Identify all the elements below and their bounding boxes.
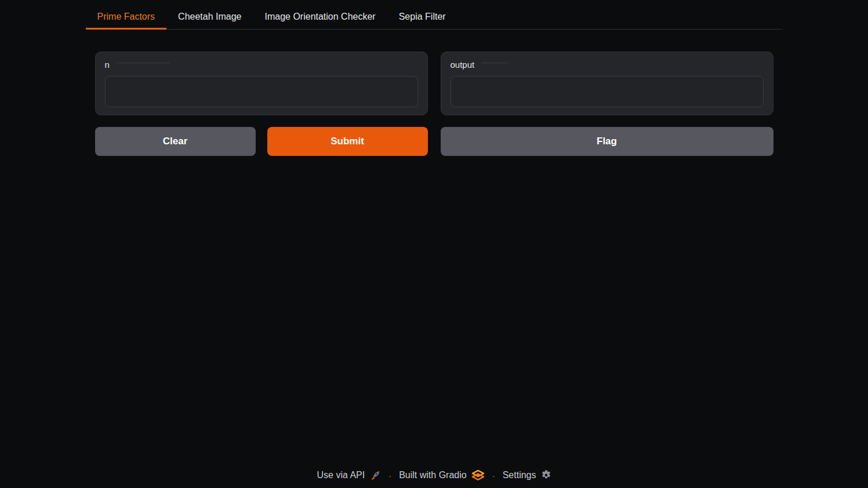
use-via-api-label: Use via API [317, 470, 365, 480]
n-input[interactable] [105, 76, 418, 107]
input-label-row: n [105, 60, 418, 70]
settings-link[interactable]: Settings [503, 470, 551, 480]
output-column: output Flag [441, 52, 773, 156]
label-ghost-line [117, 63, 170, 63]
settings-label: Settings [503, 470, 536, 480]
footer-separator: · [388, 471, 391, 480]
use-via-api-link[interactable]: Use via API [317, 469, 381, 481]
footer: Use via API · Built with Gradio · Settin… [86, 461, 783, 488]
output-textbox[interactable] [451, 76, 764, 107]
submit-button[interactable]: Submit [267, 127, 428, 156]
gradio-app: Prime Factors Cheetah Image Image Orient… [86, 0, 783, 488]
tab-cheetah-image[interactable]: Cheetah Image [166, 5, 253, 30]
input-label: n [105, 60, 110, 70]
gear-icon [541, 470, 551, 480]
input-column: n Clear Submit [95, 52, 428, 156]
label-ghost-line [481, 63, 508, 63]
output-label: output [451, 60, 475, 70]
flag-button[interactable]: Flag [441, 127, 773, 156]
built-with-gradio-link[interactable]: Built with Gradio [399, 469, 485, 481]
output-label-row: output [451, 60, 764, 70]
tab-sepia-filter[interactable]: Sepia Filter [387, 5, 457, 30]
flag-button-row: Flag [441, 127, 773, 156]
tab-image-orientation-checker[interactable]: Image Orientation Checker [253, 5, 387, 30]
tab-prime-factors[interactable]: Prime Factors [86, 5, 167, 30]
clear-button[interactable]: Clear [95, 127, 256, 156]
tab-content-prime-factors: n Clear Submit output Flag [86, 30, 783, 156]
api-rocket-icon [369, 469, 381, 481]
output-panel: output [441, 52, 773, 115]
built-with-gradio-label: Built with Gradio [399, 470, 467, 480]
input-panel: n [95, 52, 428, 115]
footer-separator: · [492, 471, 495, 480]
tab-bar: Prime Factors Cheetah Image Image Orient… [86, 0, 783, 30]
gradio-logo-icon [471, 469, 485, 481]
action-button-row: Clear Submit [95, 127, 428, 156]
